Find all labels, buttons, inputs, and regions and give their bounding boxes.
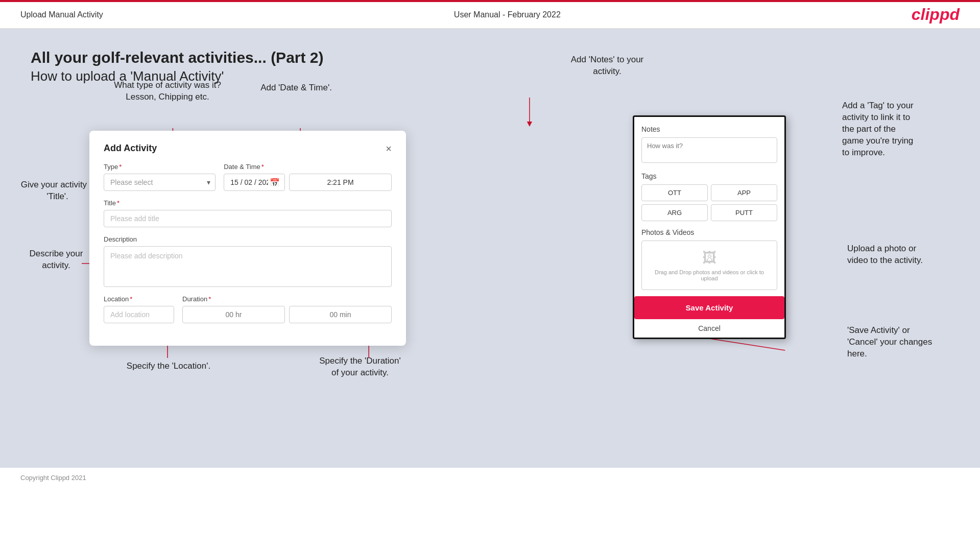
location-duration-row: Location* Duration* xyxy=(104,295,392,323)
duration-label: Duration* xyxy=(182,295,392,303)
upload-icon: 🖼 xyxy=(702,249,716,266)
annotation-location: Specify the 'Location'. xyxy=(112,361,225,372)
type-date-row: Type* Please select ▾ Date & Time* 📅 xyxy=(104,163,392,191)
location-label: Location* xyxy=(104,295,174,303)
annotation-upload: Upload a photo or video to the activity. xyxy=(847,243,970,267)
time-input[interactable] xyxy=(289,174,392,191)
tags-grid: OTT APP ARG PUTT xyxy=(641,184,777,221)
date-time-group: Date & Time* 📅 xyxy=(224,163,392,191)
date-time-label: Date & Time* xyxy=(224,163,392,171)
date-time-inputs: 📅 xyxy=(224,174,392,191)
modal-header: Add Activity × xyxy=(104,143,392,154)
tag-putt[interactable]: PUTT xyxy=(711,204,777,221)
upload-text: Drag and Drop photos and videos or click… xyxy=(647,269,772,281)
annotation-activity-type: What type of activity was it? Lesson, Ch… xyxy=(111,80,224,103)
title-form-label: Title* xyxy=(104,199,392,207)
description-label: Description xyxy=(104,235,392,243)
tag-arg[interactable]: ARG xyxy=(641,204,708,221)
annotation-describe: Describe your activity. xyxy=(15,248,97,272)
close-button[interactable]: × xyxy=(386,143,392,154)
location-input[interactable] xyxy=(104,306,174,323)
type-group: Type* Please select ▾ xyxy=(104,163,216,191)
tag-ott[interactable]: OTT xyxy=(641,184,708,201)
description-input[interactable] xyxy=(104,246,392,287)
phone-panel-inner: Notes Tags OTT APP ARG PUTT Photos & Vid… xyxy=(634,117,784,290)
section-title: All your golf-relevant activities... (Pa… xyxy=(31,49,949,66)
annotation-give-title: Give your activity a 'Title'. xyxy=(15,179,100,203)
modal-title: Add Activity xyxy=(104,143,157,154)
save-activity-button[interactable]: Save Activity xyxy=(634,296,784,319)
duration-hr-input[interactable] xyxy=(182,306,285,323)
type-select[interactable]: Please select xyxy=(104,174,216,191)
location-group: Location* xyxy=(104,295,174,323)
svg-marker-16 xyxy=(527,122,532,127)
title-input[interactable] xyxy=(104,210,392,227)
header-left-title: Upload Manual Activity xyxy=(20,10,103,19)
add-activity-modal: Add Activity × Type* Please select ▾ Dat… xyxy=(89,131,406,346)
notes-section-label: Notes xyxy=(641,125,777,133)
logo: clippd xyxy=(912,5,960,24)
date-input[interactable] xyxy=(224,174,285,191)
tags-section-label: Tags xyxy=(641,172,777,180)
annotation-notes: Add 'Notes' to your activity. xyxy=(551,54,663,78)
description-group: Description xyxy=(104,235,392,287)
upload-zone[interactable]: 🖼 Drag and Drop photos and videos or cli… xyxy=(641,241,777,290)
annotation-duration: Specify the 'Duration' of your activity. xyxy=(301,355,419,379)
annotation-tag: Add a 'Tag' to your activity to link it … xyxy=(842,100,970,159)
main-content: All your golf-relevant activities... (Pa… xyxy=(0,29,980,468)
cancel-button[interactable]: Cancel xyxy=(634,319,784,338)
date-input-wrapper: 📅 xyxy=(224,174,285,191)
type-select-wrapper: Please select ▾ xyxy=(104,174,216,191)
top-bar: Upload Manual Activity User Manual - Feb… xyxy=(0,0,980,29)
type-label: Type* xyxy=(104,163,216,171)
duration-group: Duration* xyxy=(182,295,392,323)
annotation-date-time: Add 'Date & Time'. xyxy=(245,82,347,94)
tag-app[interactable]: APP xyxy=(711,184,777,201)
notes-input[interactable] xyxy=(641,137,777,163)
phone-panel: Notes Tags OTT APP ARG PUTT Photos & Vid… xyxy=(633,115,786,339)
title-group: Title* xyxy=(104,199,392,227)
duration-inputs xyxy=(182,306,392,323)
duration-min-input[interactable] xyxy=(289,306,392,323)
header-center-title: User Manual - February 2022 xyxy=(454,10,561,19)
photos-section-label: Photos & Videos xyxy=(641,228,777,236)
copyright: Copyright Clippd 2021 xyxy=(20,474,86,482)
annotation-save-cancel: 'Save Activity' or 'Cancel' your changes… xyxy=(847,325,970,360)
footer: Copyright Clippd 2021 xyxy=(0,468,980,488)
